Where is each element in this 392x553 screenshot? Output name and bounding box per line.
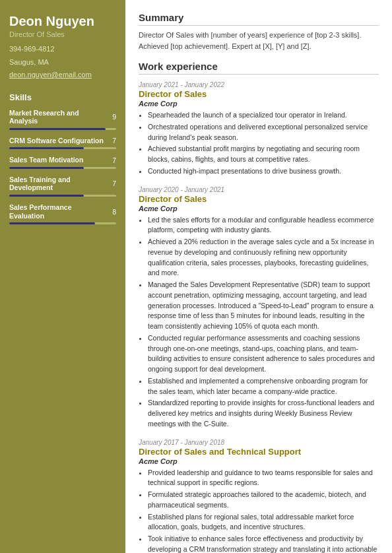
- candidate-title: Director Of Sales: [9, 30, 116, 38]
- skill-item: Market Research and Analysis 9: [9, 109, 116, 130]
- job-company: Acme Corp: [139, 100, 379, 108]
- job-date: January 2017 - January 2018: [139, 439, 379, 446]
- skill-name: Market Research and Analysis: [9, 109, 108, 125]
- skill-item: Sales Performance Evaluation 8: [9, 203, 116, 224]
- candidate-name: Deon Nguyen: [9, 13, 116, 29]
- bullet: Provided leadership and guidance to two …: [148, 468, 379, 489]
- bullet: Took initiative to enhance sales force e…: [148, 534, 379, 553]
- skills-section-title: Skills: [9, 92, 116, 102]
- work-title: Work experience: [139, 61, 379, 75]
- bullet: Achieved substantial profit margins by n…: [148, 144, 379, 165]
- skill-score: 7: [112, 179, 116, 187]
- skill-score: 9: [112, 113, 116, 121]
- bullet: Established and implemented a comprehens…: [148, 376, 379, 397]
- job-bullets: Provided leadership and guidance to two …: [139, 468, 379, 554]
- bullet: Formulated strategic approaches tailored…: [148, 490, 379, 511]
- bullet: Standardized reporting to provide insigh…: [148, 398, 379, 429]
- bullet: Conducted regular performance assessment…: [148, 333, 379, 375]
- main-content: Summary Director Of Sales with [number o…: [125, 0, 392, 553]
- job-title: Director of Sales: [139, 89, 379, 99]
- job-entry: January 2017 - January 2018 Director of …: [139, 439, 379, 554]
- bullet: Established plans for regional sales, to…: [148, 512, 379, 533]
- job-entry: January 2020 - January 2021 Director of …: [139, 186, 379, 430]
- skill-name: Sales Training and Development: [9, 176, 108, 192]
- job-bullets: Spearheaded the launch of a specialized …: [139, 110, 379, 177]
- bullet: Led the sales efforts for a modular and …: [148, 215, 379, 236]
- bullet: Orchestrated operations and delivered ex…: [148, 122, 379, 143]
- job-title: Director of Sales: [139, 194, 379, 204]
- skill-bar-fill: [9, 167, 84, 169]
- skill-score: 7: [112, 156, 116, 164]
- job-date: January 2020 - January 2021: [139, 186, 379, 193]
- skill-bar-bg: [9, 167, 116, 169]
- skill-bar-fill: [9, 222, 95, 224]
- bullet: Conducted high-impact presentations to d…: [148, 166, 379, 177]
- skill-score: 8: [112, 208, 116, 216]
- page: Deon Nguyen Director Of Sales 394-969-48…: [0, 0, 392, 553]
- bullet: Achieved a 20% reduction in the average …: [148, 237, 379, 278]
- skill-item: Sales Training and Development 7: [9, 176, 116, 197]
- sidebar: Deon Nguyen Director Of Sales 394-969-48…: [0, 0, 125, 553]
- job-bullets: Led the sales efforts for a modular and …: [139, 215, 379, 430]
- skills-list: Market Research and Analysis 9 CRM Softw…: [9, 109, 116, 225]
- skill-bar-fill: [9, 147, 84, 149]
- summary-text: Director Of Sales with [number of years]…: [139, 30, 379, 51]
- work-list: January 2021 - January 2022 Director of …: [139, 81, 379, 553]
- phone: 394-969-4812: [9, 44, 116, 55]
- bullet: Managed the Sales Development Representa…: [148, 280, 379, 332]
- skill-score: 7: [112, 137, 116, 145]
- skill-bar-fill: [9, 128, 106, 130]
- job-company: Acme Corp: [139, 205, 379, 212]
- skill-bar-bg: [9, 128, 116, 130]
- skill-item: Sales Team Motivation 7: [9, 156, 116, 169]
- bullet: Spearheaded the launch of a specialized …: [148, 110, 379, 121]
- job-date: January 2021 - January 2022: [139, 81, 379, 88]
- location: Saugus, MA: [9, 57, 116, 68]
- skill-name: CRM Software Configuration: [9, 137, 108, 145]
- skill-bar-bg: [9, 147, 116, 149]
- summary-title: Summary: [139, 12, 379, 26]
- skill-item: CRM Software Configuration 7: [9, 137, 116, 150]
- job-entry: January 2021 - January 2022 Director of …: [139, 81, 379, 177]
- skill-bar-bg: [9, 222, 116, 224]
- skill-name: Sales Team Motivation: [9, 156, 108, 164]
- job-title: Director of Sales and Technical Support: [139, 447, 379, 457]
- job-company: Acme Corp: [139, 457, 379, 465]
- skill-bar-fill: [9, 195, 84, 197]
- email[interactable]: deon.nguyen@email.com: [9, 69, 116, 81]
- skill-name: Sales Performance Evaluation: [9, 203, 108, 220]
- skill-bar-bg: [9, 195, 116, 197]
